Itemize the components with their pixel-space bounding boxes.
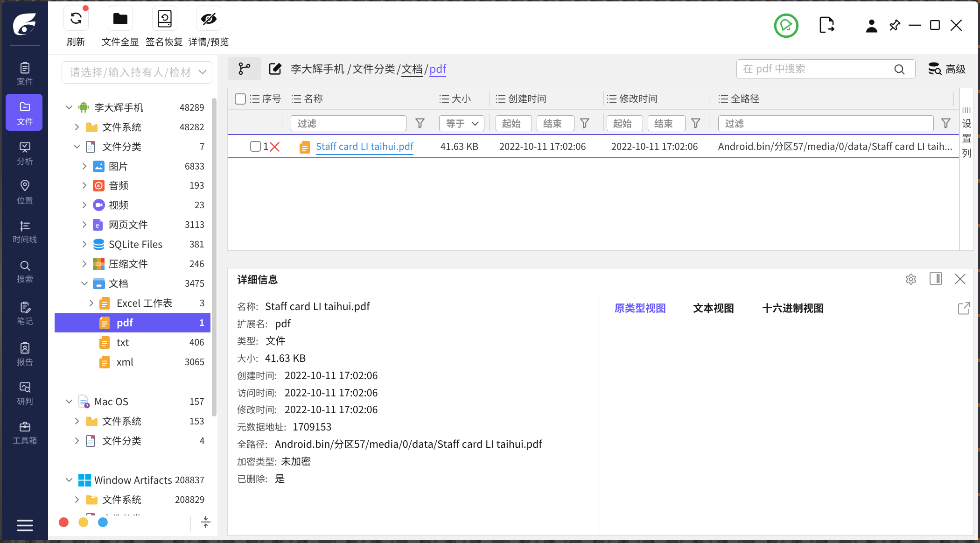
svg-text:e: e [96,221,99,229]
svg-text:?: ? [86,403,89,408]
